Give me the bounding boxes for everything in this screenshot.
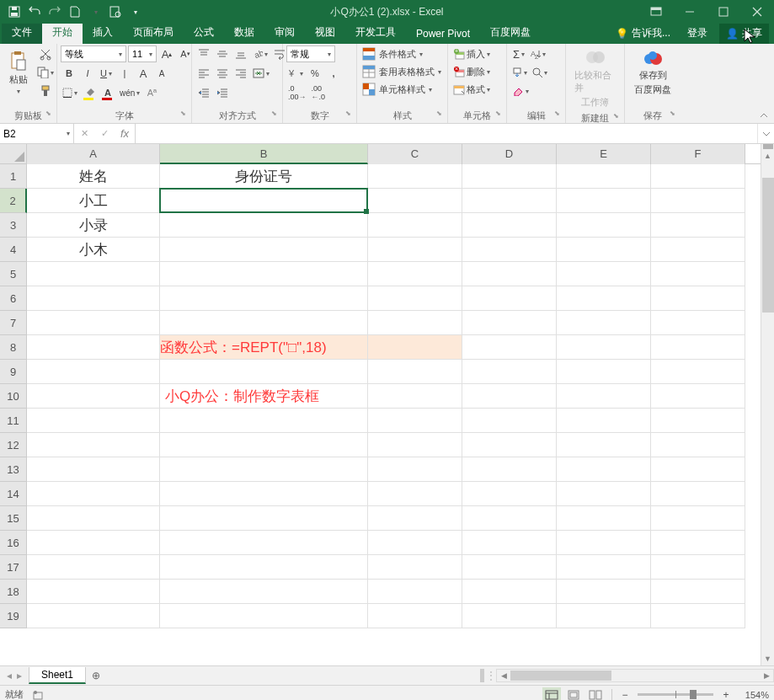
qat-dropdown-icon[interactable]	[88, 4, 103, 19]
tab-data[interactable]: 数据	[224, 22, 264, 44]
ribbon-options-icon[interactable]	[639, 0, 673, 24]
tell-me-input[interactable]: 💡告诉我...	[611, 24, 675, 42]
cell-f9[interactable]	[651, 360, 745, 384]
cell-f17[interactable]	[651, 555, 745, 580]
cell-d19[interactable]	[462, 604, 557, 628]
align-right-button[interactable]	[232, 65, 249, 82]
row-header-15[interactable]: 15	[0, 506, 27, 531]
cell-e13[interactable]	[557, 457, 651, 482]
row-header-6[interactable]: 6	[0, 286, 27, 311]
cell-a1[interactable]: 姓名	[27, 164, 160, 189]
bold-button[interactable]: B	[61, 65, 77, 82]
sheet-nav-prev-button[interactable]: ◂	[7, 670, 12, 681]
italic-button[interactable]: I	[79, 65, 96, 82]
cell-d12[interactable]	[462, 433, 557, 457]
undo-icon[interactable]	[27, 4, 42, 19]
cell-d14[interactable]	[462, 482, 557, 506]
cell-b11[interactable]	[160, 409, 368, 433]
insert-function-button[interactable]: fx	[115, 124, 135, 143]
cell-f12[interactable]	[651, 433, 745, 457]
collapse-ribbon-button[interactable]	[757, 110, 771, 121]
cell-a9[interactable]	[27, 360, 160, 384]
normal-view-button[interactable]	[542, 687, 561, 701]
align-top-button[interactable]	[195, 45, 212, 62]
cell-c2[interactable]	[368, 189, 462, 213]
column-header-d[interactable]: D	[462, 144, 557, 164]
cell-b17[interactable]	[160, 555, 368, 580]
row-header-9[interactable]: 9	[0, 360, 27, 384]
number-format-select[interactable]: 常规▾	[286, 45, 335, 62]
cell-e2[interactable]	[557, 189, 651, 213]
tab-page-layout[interactable]: 页面布局	[123, 22, 184, 44]
format-as-table-button[interactable]: 套用表格格式▾	[360, 63, 443, 80]
cell-b2[interactable]	[160, 189, 368, 213]
row-header-12[interactable]: 12	[0, 433, 27, 457]
minimize-icon[interactable]	[673, 0, 707, 24]
cell-f3[interactable]	[651, 213, 745, 238]
cell-f15[interactable]	[651, 506, 745, 531]
cell-c18[interactable]	[368, 580, 462, 604]
cell-f7[interactable]	[651, 311, 745, 335]
row-header-19[interactable]: 19	[0, 604, 27, 628]
select-all-button[interactable]	[0, 144, 27, 163]
clear-format-button[interactable]: Aª	[143, 84, 160, 101]
cell-b8[interactable]: 函数公式：=REPT("□",18)	[160, 335, 368, 360]
expand-formula-bar-button[interactable]	[757, 124, 774, 143]
cell-f4[interactable]	[651, 238, 745, 262]
column-header-f[interactable]: F	[651, 144, 745, 164]
cell-b4[interactable]	[160, 238, 368, 262]
zoom-slider[interactable]	[638, 693, 713, 696]
tab-file[interactable]: 文件	[2, 22, 42, 44]
grow-font-button[interactable]: A▴	[158, 45, 175, 62]
fill-button[interactable]	[510, 64, 529, 81]
cell-d15[interactable]	[462, 506, 557, 531]
cell-d13[interactable]	[462, 457, 557, 482]
phonetic-button[interactable]: wén	[118, 84, 141, 101]
cut-button[interactable]	[35, 45, 56, 62]
cell-c6[interactable]	[368, 286, 462, 311]
row-header-17[interactable]: 17	[0, 555, 27, 580]
row-header-13[interactable]: 13	[0, 457, 27, 482]
cell-d1[interactable]	[462, 164, 557, 189]
redo-icon[interactable]	[47, 4, 62, 19]
cell-d8[interactable]	[462, 335, 557, 360]
cell-e8[interactable]	[557, 335, 651, 360]
cell-e1[interactable]	[557, 164, 651, 189]
cell-b5[interactable]	[160, 262, 368, 286]
delete-cells-button[interactable]: ×删除▾	[451, 63, 492, 80]
cell-d11[interactable]	[462, 409, 557, 433]
cell-styles-button[interactable]: 单元格样式▾	[360, 81, 443, 98]
cell-a16[interactable]	[27, 531, 160, 555]
formula-input[interactable]	[136, 124, 757, 143]
cell-e16[interactable]	[557, 531, 651, 555]
cell-a11[interactable]	[27, 409, 160, 433]
cell-f16[interactable]	[651, 531, 745, 555]
cell-f13[interactable]	[651, 457, 745, 482]
row-header-11[interactable]: 11	[0, 409, 27, 433]
column-header-e[interactable]: E	[557, 144, 651, 164]
name-box[interactable]: B2▾	[0, 124, 74, 143]
tab-power-pivot[interactable]: Power Pivot	[406, 24, 480, 44]
decrease-font-button[interactable]: A	[153, 65, 170, 82]
cell-b3[interactable]	[160, 213, 368, 238]
cell-d7[interactable]	[462, 311, 557, 335]
tab-baidu[interactable]: 百度网盘	[480, 22, 541, 44]
cell-a18[interactable]	[27, 580, 160, 604]
cell-f10[interactable]	[651, 384, 745, 409]
conditional-format-button[interactable]: 条件格式▾	[360, 45, 443, 62]
row-header-4[interactable]: 4	[0, 238, 27, 262]
cell-d3[interactable]	[462, 213, 557, 238]
cell-c13[interactable]	[368, 457, 462, 482]
font-size-select[interactable]: 11▾	[128, 45, 157, 62]
row-header-8[interactable]: 8	[0, 335, 27, 360]
horizontal-scrollbar[interactable]: ◀ ▶	[496, 669, 774, 682]
macro-record-icon[interactable]	[32, 689, 44, 701]
tab-insert[interactable]: 插入	[83, 22, 123, 44]
cell-b15[interactable]	[160, 506, 368, 531]
font-color-button[interactable]: A	[99, 84, 116, 101]
align-bottom-button[interactable]	[232, 45, 249, 62]
cell-c15[interactable]	[368, 506, 462, 531]
cell-a7[interactable]	[27, 311, 160, 335]
cell-c1[interactable]	[368, 164, 462, 189]
cell-d5[interactable]	[462, 262, 557, 286]
